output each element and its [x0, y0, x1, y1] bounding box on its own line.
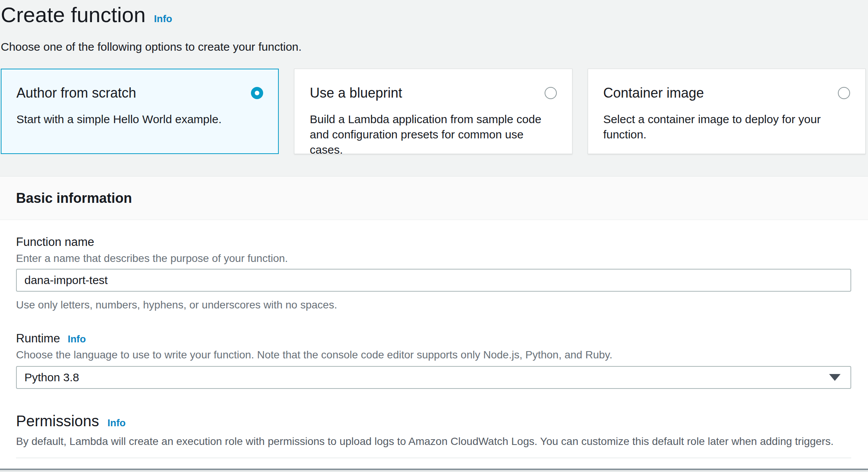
card-description: Start with a simple Hello World example. [16, 112, 263, 127]
page-header-section: Create function Info Choose one of the f… [0, 0, 868, 154]
radio-checked-icon[interactable] [251, 87, 263, 99]
runtime-info-link[interactable]: Info [68, 333, 86, 345]
runtime-selected-value: Python 3.8 [24, 371, 79, 384]
function-name-constraint: Use only letters, numbers, hyphens, or u… [16, 299, 851, 311]
basic-information-panel: Basic information Function name Enter a … [0, 176, 868, 472]
bottom-gap [0, 470, 868, 472]
creation-option-cards: Author from scratch Start with a simple … [1, 69, 866, 154]
basic-information-body: Function name Enter a name that describe… [0, 220, 868, 472]
basic-information-header: Basic information [0, 176, 868, 220]
card-description: Select a container image to deploy for y… [603, 112, 850, 142]
page-title-row: Create function Info [1, 2, 866, 27]
page-title: Create function [1, 2, 146, 27]
option-card-use-a-blueprint[interactable]: Use a blueprint Build a Lambda applicati… [294, 69, 572, 154]
runtime-select[interactable]: Python 3.8 [16, 366, 851, 389]
function-name-input[interactable] [16, 269, 851, 292]
runtime-label: Runtime [16, 332, 60, 345]
option-card-container-image[interactable]: Container image Select a container image… [588, 69, 866, 154]
function-name-label: Function name [16, 235, 94, 249]
permissions-heading-row: Permissions Info [16, 413, 851, 430]
card-title: Use a blueprint [310, 85, 402, 101]
page-title-info-link[interactable]: Info [154, 13, 172, 25]
option-card-author-from-scratch[interactable]: Author from scratch Start with a simple … [1, 69, 279, 154]
create-function-page: Create function Info Choose one of the f… [0, 0, 868, 472]
basic-information-heading: Basic information [16, 190, 132, 206]
card-title: Container image [603, 85, 704, 101]
chevron-down-icon [829, 374, 841, 381]
function-name-description: Enter a name that describes the purpose … [16, 252, 851, 265]
card-description: Build a Lambda application from sample c… [310, 112, 556, 157]
page-subtitle: Choose one of the following options to c… [1, 40, 866, 54]
radio-unchecked-icon[interactable] [545, 87, 557, 99]
card-head: Author from scratch [16, 85, 263, 101]
permissions-heading: Permissions [16, 413, 99, 430]
runtime-field-group: Runtime Info Choose the language to use … [16, 332, 851, 389]
function-name-label-row: Function name [16, 235, 851, 249]
runtime-description: Choose the language to use to write your… [16, 349, 851, 361]
permissions-info-link[interactable]: Info [108, 417, 126, 429]
card-title: Author from scratch [16, 85, 136, 101]
runtime-label-row: Runtime Info [16, 332, 851, 345]
permissions-description: By default, Lambda will create an execut… [16, 435, 851, 448]
permissions-section: Permissions Info By default, Lambda will… [16, 413, 851, 448]
function-name-field-group: Function name Enter a name that describe… [16, 235, 851, 311]
card-head: Container image [603, 85, 850, 101]
radio-unchecked-icon[interactable] [838, 87, 850, 99]
card-head: Use a blueprint [310, 85, 556, 101]
